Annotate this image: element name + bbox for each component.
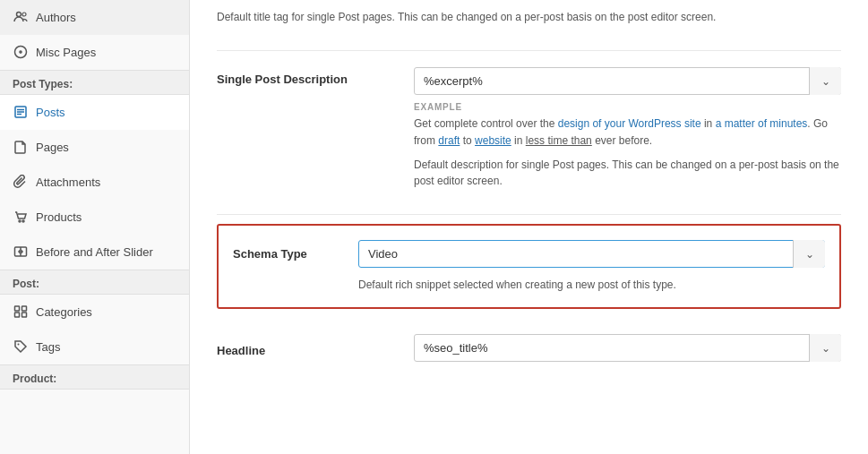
svg-rect-17 [22, 313, 27, 317]
sidebar-item-authors[interactable]: Authors [0, 0, 189, 35]
single-post-description-label: Single Post Description [217, 67, 396, 86]
example-label: EXAMPLE [414, 102, 841, 112]
sidebar-item-tags[interactable]: Tags [0, 330, 189, 364]
single-post-description-select[interactable]: %excerpt% %description% Custom [414, 67, 841, 95]
misc-icon [13, 44, 29, 60]
sidebar-item-products[interactable]: Products [0, 200, 189, 235]
products-icon [13, 209, 29, 225]
sidebar-item-posts[interactable]: Posts [0, 95, 189, 130]
top-description: Default title tag for single Post pages.… [217, 9, 841, 25]
sidebar-item-pages-label: Pages [36, 141, 69, 154]
schema-type-hint: Default rich snippet selected when creat… [358, 277, 825, 293]
schema-type-label: Schema Type [233, 247, 340, 261]
authors-icon [13, 9, 29, 25]
sidebar-item-before-after-slider[interactable]: Before and After Slider [0, 235, 189, 270]
pages-icon [13, 139, 29, 155]
svg-marker-13 [21, 249, 24, 254]
slider-icon [13, 244, 29, 260]
svg-rect-14 [15, 306, 20, 311]
sidebar-item-categories[interactable]: Categories [0, 295, 189, 330]
tags-icon [13, 338, 29, 355]
svg-rect-16 [15, 313, 20, 317]
product-header: Product: [0, 364, 189, 390]
headline-select[interactable]: %seo_title% %title% Custom [414, 334, 841, 362]
svg-point-9 [22, 220, 24, 222]
single-post-description-dropdown-wrapper: %excerpt% %description% Custom ⌄ [414, 67, 841, 95]
schema-type-select[interactable]: Video Article BlogPosting NewsArticle We… [358, 240, 825, 268]
categories-icon [13, 304, 29, 320]
main-content: Default title tag for single Post pages.… [190, 0, 868, 454]
svg-point-3 [20, 51, 21, 53]
sidebar-item-categories-label: Categories [36, 305, 92, 319]
sidebar-item-slider-label: Before and After Slider [36, 245, 153, 259]
sidebar-item-attachments[interactable]: Attachments [0, 165, 189, 200]
svg-marker-12 [18, 249, 21, 254]
attachments-icon [13, 174, 29, 190]
sidebar-item-misc-pages[interactable]: Misc Pages [0, 35, 189, 70]
sidebar-item-tags-label: Tags [36, 340, 60, 354]
svg-rect-15 [22, 306, 27, 311]
headline-row: Headline %seo_title% %title% Custom ⌄ [217, 318, 841, 378]
post-types-header: Post Types: [0, 70, 189, 95]
example-description: Default description for single Post page… [414, 157, 841, 189]
svg-point-8 [19, 220, 21, 222]
svg-point-18 [18, 344, 20, 346]
sidebar-item-attachments-label: Attachments [36, 176, 100, 189]
post-header: Post: [0, 270, 189, 295]
svg-point-2 [15, 47, 27, 58]
sidebar-item-authors-label: Authors [36, 11, 76, 24]
headline-label: Headline [217, 338, 396, 357]
svg-point-0 [17, 13, 21, 17]
example-text: Get complete control over the design of … [414, 116, 841, 150]
single-post-description-row: Single Post Description %excerpt% %descr… [217, 51, 841, 215]
sidebar-item-posts-label: Posts [36, 106, 65, 119]
sidebar-item-products-label: Products [36, 210, 82, 224]
sidebar-item-pages[interactable]: Pages [0, 130, 189, 165]
posts-icon [13, 104, 29, 120]
schema-type-dropdown-wrapper: Video Article BlogPosting NewsArticle We… [358, 240, 825, 268]
top-description-row: Default title tag for single Post pages.… [217, 0, 841, 51]
schema-type-box: Schema Type Video Article BlogPosting Ne… [217, 224, 841, 309]
sidebar-item-misc-pages-label: Misc Pages [36, 46, 96, 59]
sidebar: Authors Misc Pages Post Types: Posts [0, 0, 190, 454]
headline-dropdown-wrapper: %seo_title% %title% Custom ⌄ [414, 334, 841, 362]
svg-point-1 [22, 13, 26, 16]
